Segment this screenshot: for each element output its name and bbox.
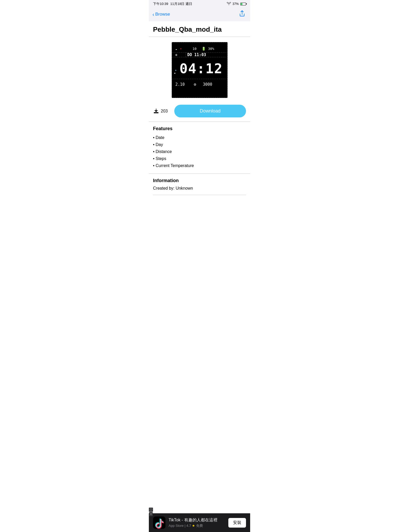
created-by-text: Created by: Unknown: [153, 186, 246, 191]
title-section: Pebble_Qba_mod_ita: [149, 21, 250, 37]
ad-price: 免費: [196, 524, 203, 528]
svg-text:3000: 3000: [203, 82, 212, 87]
list-item: Date: [153, 134, 246, 141]
empty-space: [149, 199, 250, 277]
back-button[interactable]: ‹ Browse: [151, 11, 171, 18]
back-label: Browse: [155, 12, 170, 17]
list-item: Distance: [153, 148, 246, 155]
features-section: Features Date Day Distance Steps Current…: [149, 122, 250, 174]
status-bar: 下午10:39 11月18日 週日 37%: [149, 0, 250, 7]
list-item: Current Temperature: [153, 162, 246, 169]
watch-image-section: ☁ ☀ 10 🔋 30% ❄ DO 11:03 ✦: [149, 37, 250, 102]
features-title: Features: [153, 126, 246, 131]
date-display: 11月18日 週日: [170, 2, 192, 6]
time-display: 下午10:39: [153, 2, 168, 6]
ad-close-badge[interactable]: ✕: [149, 512, 153, 516]
svg-text:⚙: ⚙: [194, 82, 196, 87]
download-number: 203: [161, 109, 168, 114]
download-count: 203: [153, 108, 171, 114]
information-section: Information Created by: Unknown: [149, 174, 250, 199]
status-bar-left: 下午10:39 11月18日 週日: [153, 2, 192, 6]
svg-text:☁: ☁: [175, 47, 177, 51]
wifi-icon: [227, 2, 231, 6]
share-button[interactable]: [238, 9, 246, 19]
main-content: Pebble_Qba_mod_ita ☁ ☀ 10 🔋 30% ❄ DO 11: [149, 21, 250, 277]
list-item: Steps: [153, 155, 246, 162]
watch-face-svg: ☁ ☀ 10 🔋 30% ❄ DO 11:03 ✦: [172, 42, 228, 98]
feature-list: Date Day Distance Steps Current Temperat…: [153, 134, 246, 169]
ad-install-button[interactable]: 安裝: [228, 518, 246, 528]
page-title: Pebble_Qba_mod_ita: [153, 25, 246, 34]
watch-face-image: ☁ ☀ 10 🔋 30% ❄ DO 11:03 ✦: [172, 42, 228, 98]
svg-text:30%: 30%: [208, 47, 214, 51]
ad-info-badge[interactable]: ⓘ: [149, 508, 153, 512]
ad-meta: App Store | 4.7 ★ 免費: [169, 523, 225, 528]
svg-text:04:12: 04:12: [179, 61, 223, 76]
svg-text:❄: ❄: [175, 53, 177, 57]
svg-rect-20: [154, 112, 158, 113]
svg-point-13: [174, 73, 175, 74]
svg-text:🔋: 🔋: [202, 46, 206, 51]
battery-percentage: 37%: [232, 2, 239, 6]
ad-app-name: TikTok - 有趣的人都在這裡: [169, 517, 225, 523]
share-icon: [239, 10, 245, 17]
tiktok-logo: [153, 516, 165, 529]
information-title: Information: [153, 178, 246, 183]
list-item: Day: [153, 141, 246, 148]
ad-store-name: App Store: [169, 524, 184, 528]
nav-bar: ‹ Browse: [149, 7, 250, 21]
ad-star-icon: ★: [192, 524, 195, 528]
download-count-icon: [153, 108, 159, 114]
battery-icon: [240, 3, 246, 5]
svg-text:10: 10: [192, 47, 197, 51]
download-section: 203 Download: [149, 102, 250, 122]
svg-text:DO 11:03: DO 11:03: [187, 52, 206, 57]
status-bar-right: 37%: [227, 2, 246, 6]
svg-text:2.10: 2.10: [175, 82, 185, 87]
svg-text:☀: ☀: [180, 47, 182, 51]
ad-text-section: TikTok - 有趣的人都在這裡 App Store | 4.7 ★ 免費: [169, 517, 225, 528]
bottom-divider: [153, 195, 246, 195]
download-button[interactable]: Download: [174, 105, 246, 117]
svg-text:✦: ✦: [175, 68, 177, 72]
ad-banner: ⓘ ✕ TikTok - 有趣的人都在這裡 App Store | 4.7 ★ …: [149, 513, 250, 532]
back-chevron-icon: ‹: [152, 12, 154, 17]
ad-rating: 4.7: [186, 524, 191, 528]
